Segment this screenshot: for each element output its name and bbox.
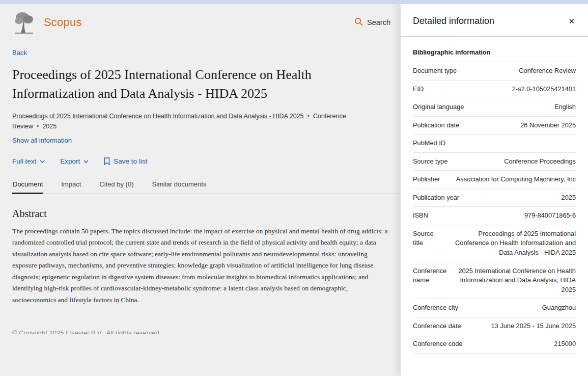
export-label: Export	[60, 157, 80, 165]
copyright-clip: © Copyright 2025 Elsevier B.V., All righ…	[12, 329, 388, 334]
search-label: Search	[367, 18, 390, 26]
info-label: Conference date	[413, 321, 461, 331]
year-meta: 2025	[33, 123, 57, 130]
info-value: Association for Computing Machinery, Inc	[456, 175, 576, 184]
document-tab-bar: Document Impact Cited by (0) Similar doc…	[12, 180, 399, 194]
info-value: 26 November 2025	[520, 121, 576, 130]
info-label: Source type	[413, 157, 447, 167]
info-label: Publication date	[413, 121, 459, 130]
info-row-conference-name: Conference name 2025 International Confe…	[413, 262, 576, 300]
info-value: 2025	[562, 193, 576, 203]
info-value: Conference Proceedings	[504, 157, 576, 167]
info-label: Conference city	[413, 303, 458, 313]
full-text-label: Full text	[12, 157, 36, 165]
source-line: Proceedings of 2025 International Confer…	[12, 111, 358, 132]
info-row-conference-code: Conference code 215000	[413, 335, 576, 354]
search-button[interactable]: Search	[350, 14, 395, 31]
info-label: Publisher	[413, 175, 440, 184]
tab-impact[interactable]: Impact	[61, 180, 81, 194]
info-value: 979-840071865-6	[524, 211, 576, 221]
info-row-document-type: Document type Conference Review	[413, 62, 576, 80]
info-value: English	[554, 102, 576, 112]
source-title-link[interactable]: Proceedings of 2025 International Confer…	[12, 113, 304, 120]
info-row-source-type: Source type Conference Proceedings	[413, 153, 576, 171]
info-row-publication-date: Publication date 26 November 2025	[413, 117, 576, 135]
info-label: ISBN	[413, 211, 428, 221]
info-label: Source title	[413, 229, 444, 248]
document-title: Proceedings of 2025 International Confer…	[12, 66, 342, 103]
chevron-down-icon	[40, 160, 45, 163]
info-value: 2-s2.0-105025421401	[512, 85, 576, 94]
close-icon[interactable]: ✕	[566, 15, 577, 27]
back-link[interactable]: Back	[12, 49, 27, 57]
action-bar: Full text Export Save to list	[12, 157, 388, 165]
tab-cited-by[interactable]: Cited by (0)	[99, 180, 134, 194]
info-value: Guangzhou	[542, 303, 576, 313]
abstract-heading: Abstract	[12, 208, 388, 220]
scopus-home-link[interactable]: Scopus	[12, 10, 82, 35]
info-value: 13 June 2025 - 15 June 2025	[491, 321, 576, 331]
info-value: 215000	[554, 339, 576, 349]
panel-body: Bibliographic information Document type …	[401, 37, 588, 354]
save-to-list-label: Save to list	[114, 157, 147, 165]
panel-header: Detailed information ✕	[401, 0, 588, 37]
export-dropdown[interactable]: Export	[60, 157, 89, 165]
info-row-source-title: Source title Proceedings of 2025 Interna…	[413, 225, 576, 262]
info-value: Conference Review	[519, 66, 576, 76]
info-label: PubMed ID	[413, 139, 445, 148]
info-row-pubmed-id: PubMed ID	[413, 135, 576, 153]
info-row-publisher: Publisher Association for Computing Mach…	[413, 171, 576, 189]
copyright-notice: © Copyright 2025 Elsevier B.V., All righ…	[12, 329, 388, 334]
bookmark-icon	[104, 157, 110, 165]
info-label: Conference name	[413, 266, 446, 285]
info-row-conference-date: Conference date 13 June 2025 - 15 June 2…	[413, 317, 576, 336]
info-label: EID	[413, 85, 424, 94]
info-row-eid: EID 2-s2.0-105025421401	[413, 80, 576, 99]
info-label: Original language	[413, 102, 464, 112]
scopus-wordmark: Scopus	[44, 16, 82, 29]
tab-similar-documents[interactable]: Similar documents	[151, 180, 207, 194]
info-label: Publication year	[413, 193, 459, 203]
info-row-isbn: ISBN 979-840071865-6	[413, 207, 576, 225]
elsevier-tree-logo	[12, 10, 36, 35]
info-label: Document type	[413, 66, 457, 76]
info-row-conference-city: Conference city Guangzhou	[413, 299, 576, 317]
info-row-original-language: Original language English	[413, 98, 576, 117]
full-text-dropdown[interactable]: Full text	[12, 157, 45, 165]
info-value: Proceedings of 2025 International Confer…	[450, 229, 576, 258]
show-all-information-link[interactable]: Show all information	[12, 137, 72, 144]
info-row-publication-year: Publication year 2025	[413, 189, 576, 207]
save-to-list-button[interactable]: Save to list	[104, 157, 147, 165]
info-value: 2025 International Conference on Health …	[452, 266, 576, 295]
document-page: Scopus Search Back Proceedings of 2025 I…	[0, 4, 401, 376]
tab-document[interactable]: Document	[12, 180, 43, 194]
top-accent-bar	[0, 0, 588, 4]
bibliographic-section-heading: Bibliographic information	[413, 45, 576, 62]
site-header: Scopus Search	[0, 4, 401, 40]
chevron-down-icon	[83, 160, 89, 163]
detailed-information-panel: Detailed information ✕ Bibliographic inf…	[401, 0, 588, 376]
document-main: Back Proceedings of 2025 International C…	[0, 40, 401, 334]
info-label: Conference code	[413, 339, 462, 349]
abstract-text: The proceedings contain 50 papers. The t…	[12, 226, 388, 306]
search-icon	[354, 17, 363, 28]
panel-title: Detailed information	[413, 16, 494, 26]
